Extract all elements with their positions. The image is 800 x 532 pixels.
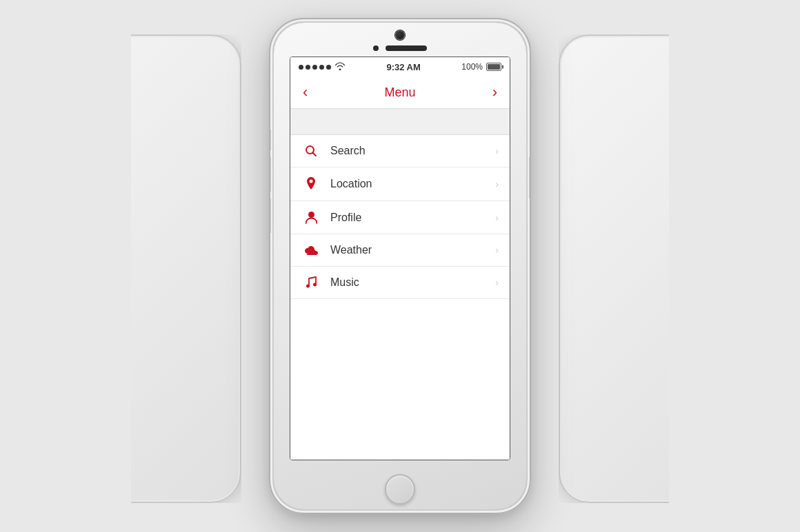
status-time: 9:32 AM (386, 62, 420, 72)
scene: 9:32 AM 100% ‹ Menu › (0, 0, 800, 532)
battery-icon (486, 63, 501, 71)
sensors-row (373, 45, 427, 51)
home-button[interactable] (385, 474, 415, 504)
phone-device: 9:32 AM 100% ‹ Menu › (269, 18, 531, 514)
status-bar: 9:32 AM 100% (290, 57, 510, 76)
search-label: Search (330, 145, 495, 157)
signal-dot-4 (319, 65, 324, 70)
menu-item-weather[interactable]: Weather › (290, 234, 510, 267)
filter-area (290, 109, 510, 135)
svg-point-3 (308, 212, 314, 218)
weather-icon (301, 245, 321, 256)
search-chevron: › (495, 145, 499, 156)
music-chevron: › (495, 277, 499, 288)
svg-line-1 (313, 153, 317, 156)
phone-bottom (270, 474, 530, 513)
svg-point-5 (313, 283, 317, 287)
status-right: 100% (461, 62, 501, 72)
phone-ghost-right (559, 34, 779, 503)
menu-item-location[interactable]: Location › (290, 167, 510, 201)
profile-icon (301, 211, 321, 224)
battery-fill (488, 64, 500, 70)
phone-ghost-left (21, 34, 241, 503)
phone-screen: 9:32 AM 100% ‹ Menu › (290, 57, 510, 460)
location-label: Location (330, 178, 495, 190)
earpiece-speaker (386, 45, 427, 51)
location-chevron: › (495, 178, 499, 190)
menu-item-search[interactable]: Search › (290, 135, 510, 167)
menu-item-profile[interactable]: Profile › (290, 201, 510, 234)
forward-button[interactable]: › (492, 83, 497, 101)
nav-title: Menu (384, 85, 415, 100)
front-camera (395, 30, 405, 40)
menu-item-music[interactable]: Music › (290, 267, 510, 299)
nav-bar: ‹ Menu › (290, 76, 510, 109)
volume-up-button (269, 157, 271, 192)
signal-dots (299, 65, 331, 70)
phone-top (270, 19, 530, 51)
signal-dot-3 (312, 65, 317, 70)
music-icon (301, 276, 321, 289)
sensor-dot (373, 45, 379, 51)
mute-button (269, 130, 271, 150)
signal-dot-2 (306, 65, 310, 70)
status-left (299, 61, 346, 72)
weather-label: Weather (330, 244, 495, 256)
music-label: Music (330, 276, 495, 289)
svg-point-4 (306, 285, 310, 288)
wifi-icon (334, 61, 346, 72)
location-icon (301, 177, 321, 191)
svg-point-2 (310, 180, 313, 183)
battery-percent: 100% (461, 62, 483, 72)
weather-chevron: › (495, 245, 499, 256)
power-button (529, 157, 531, 198)
signal-dot-1 (299, 65, 303, 70)
search-icon (301, 145, 321, 157)
back-button[interactable]: ‹ (303, 83, 308, 101)
profile-label: Profile (330, 212, 495, 224)
volume-down-button (269, 198, 271, 233)
profile-chevron: › (495, 212, 499, 223)
menu-list: Search › Location › (290, 135, 510, 460)
signal-dot-5 (326, 65, 331, 70)
